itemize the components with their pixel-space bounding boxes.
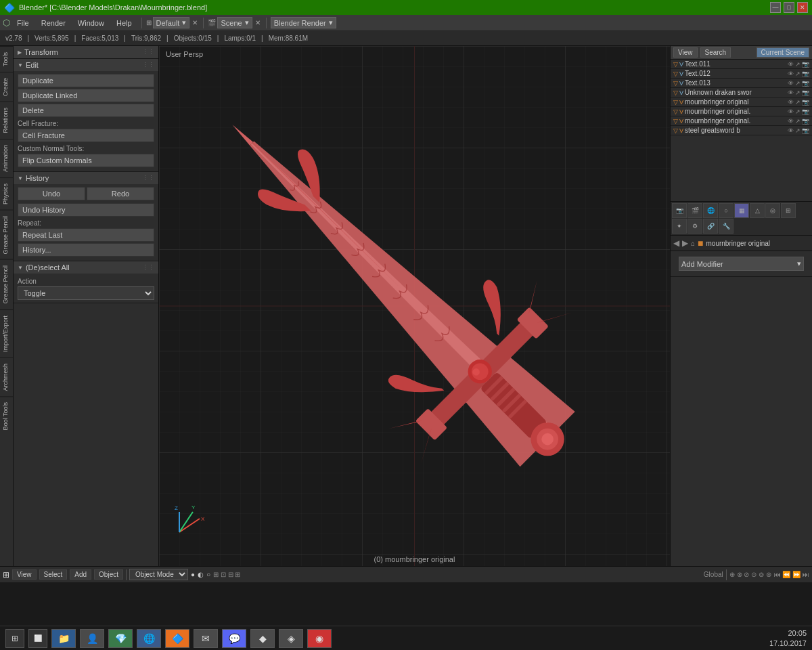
menu-window[interactable]: Window [72,18,110,28]
close-btn[interactable]: ✕ [797,2,808,13]
app-misc2[interactable]: ◈ [279,629,303,648]
duplicate-linked-btn[interactable]: Duplicate Linked [18,89,154,102]
app-misc1[interactable]: ◆ [250,629,275,648]
app-web[interactable]: 🌐 [137,629,161,648]
prop-btn-particles[interactable]: ✦ [672,219,687,234]
history-dot-btn[interactable]: History... [18,243,154,257]
viewport-shading[interactable]: ● [191,571,195,578]
prop-btn-constraints[interactable]: 🔗 [703,219,718,234]
layout-dropdown[interactable]: Default▾ [153,17,190,28]
object-btn[interactable]: Object [94,569,123,580]
add-btn[interactable]: Add [70,569,91,580]
viewport-shading2[interactable]: ◐ [198,571,204,578]
prop-btn-object[interactable]: ▦ [734,203,749,218]
viewport[interactable]: X Y Z User Persp (0) moumbringer origina… [159,46,670,566]
select-btn[interactable]: Select [39,569,68,580]
cell-fracture-btn[interactable]: Cell Fracture [18,129,154,142]
viewport-icon-row[interactable]: ⊞ ⊡ ⊟ ⊞ [213,571,240,578]
cursor-icon-0[interactable]: ↗ [795,61,800,68]
cursor-icon-1[interactable]: ↗ [795,70,800,77]
outliner-item-5[interactable]: ▽ V mournbringer original. 👁 ↗ 📷 [671,107,812,116]
tab-tools[interactable]: Tools [0,46,13,72]
eye-icon-0[interactable]: 👁 [788,61,794,68]
outliner-item-7[interactable]: ▽ V steel greatsword b 👁 ↗ 📷 [671,126,812,135]
undo-btn[interactable]: Undo [18,187,85,200]
eye-icon-3[interactable]: 👁 [788,89,794,96]
layout-icon[interactable]: ⊞ [146,19,152,26]
cursor-icon-6[interactable]: ↗ [795,118,800,125]
render-icon-1[interactable]: 📷 [802,70,809,77]
tab-bool-tools[interactable]: Bool Tools [0,396,13,435]
nav-back-icon[interactable]: ◀ [673,238,679,248]
tab-archmesh[interactable]: Archmesh [0,358,13,397]
maximize-btn[interactable]: □ [784,2,794,13]
prop-btn-scene[interactable]: 🌐 [703,203,718,218]
app-user[interactable]: 👤 [80,629,104,648]
outliner-item-0[interactable]: ▽ V Text.011 👁 ↗ 📷 [671,60,812,69]
tab-grease-pencil2[interactable]: Grease Pencil [0,259,13,309]
prop-btn-mesh[interactable]: △ [750,203,765,218]
undo-history-btn[interactable]: Undo History [18,203,154,217]
prop-btn-material[interactable]: ◎ [765,203,780,218]
prop-btn-modifiers[interactable]: 🔧 [719,219,734,234]
history-header[interactable]: ▼ History ⋮⋮ [14,172,158,184]
outliner-item-4[interactable]: ▽ V mournbringer original 👁 ↗ 📷 [671,98,812,107]
scene-icon[interactable]: 🎬 [208,19,216,26]
menu-file[interactable]: File [12,18,35,28]
tab-import-export[interactable]: Import/Export [0,309,13,358]
tab-grease-pencil[interactable]: Grease Pencil [0,210,13,260]
app-discord[interactable]: 💬 [222,629,246,648]
deselect-header[interactable]: ▼ (De)select All ⋮⋮ [14,261,158,274]
app-explorer[interactable]: 📁 [51,629,76,648]
render-icon-3[interactable]: 📷 [802,89,809,96]
outliner-item-1[interactable]: ▽ V Text.012 👁 ↗ 📷 [671,69,812,79]
duplicate-btn[interactable]: Duplicate [18,74,154,87]
app-misc3[interactable]: ◉ [307,629,332,648]
redo-btn[interactable]: Redo [87,187,154,200]
minimize-btn[interactable]: — [770,2,781,13]
toggle-select[interactable]: Toggle Select Deselect Invert [18,286,154,300]
eye-icon-4[interactable]: 👁 [788,99,794,106]
timeline-icons[interactable]: ⏮ ⏪ ⏩ ⏭ [774,571,809,578]
outliner-view-btn[interactable]: View [673,47,698,58]
eye-icon-5[interactable]: 👁 [788,108,794,115]
tab-create[interactable]: Create [0,72,13,102]
layout-x-icon[interactable]: ✕ [191,19,199,26]
render-icon-0[interactable]: 📷 [802,61,809,68]
scene-dropdown[interactable]: Scene▾ [217,17,252,28]
menu-help[interactable]: Help [111,18,137,28]
outliner-item-3[interactable]: ▽ V Unknown drakan swor 👁 ↗ 📷 [671,88,812,98]
render-icon-6[interactable]: 📷 [802,118,809,125]
viewport-shading3[interactable]: ○ [206,571,210,578]
cursor-icon-7[interactable]: ↗ [795,127,800,134]
outliner-current-scene-btn[interactable]: Current Scene [757,47,809,58]
add-modifier-btn[interactable]: Add Modifier ▾ [679,257,804,271]
tab-animation[interactable]: Animation [0,139,13,177]
cursor-icon-2[interactable]: ↗ [795,80,800,87]
object-icon[interactable]: ■ [698,238,703,248]
snap-icons[interactable]: ⊕ ⊗ ⊘ ⊙ ⊚ ⊛ [729,571,771,578]
cursor-icon-5[interactable]: ↗ [795,108,800,115]
app-mail[interactable]: ✉ [194,629,218,648]
viewport-type-icon[interactable]: ⊞ [3,570,9,580]
prop-btn-texture[interactable]: ⊞ [781,203,796,218]
flip-normals-btn[interactable]: Flip Custom Normals [18,154,154,167]
windows-btn[interactable]: ⊞ [5,629,24,648]
outliner-item-6[interactable]: ▽ V mournbringer original. 👁 ↗ 📷 [671,116,812,126]
eye-icon-6[interactable]: 👁 [788,118,794,125]
edit-header[interactable]: ▼ Edit ⋮⋮ [14,59,158,71]
nav-forward-icon[interactable]: ▶ [682,238,688,248]
cursor-icon-3[interactable]: ↗ [795,89,800,96]
nav-home-icon[interactable]: ⌂ [691,240,695,247]
render-icon-5[interactable]: 📷 [802,108,809,115]
eye-icon-1[interactable]: 👁 [788,70,794,77]
mode-select[interactable]: Object Mode Edit Mode Sculpt Mode [129,569,188,580]
render-icon-4[interactable]: 📷 [802,99,809,106]
tab-relations[interactable]: Relations [0,102,13,139]
tab-physics[interactable]: Physics [0,177,13,210]
render-icon-7[interactable]: 📷 [802,127,809,134]
eye-icon-2[interactable]: 👁 [788,80,794,87]
prop-btn-physics[interactable]: ⚙ [687,219,702,234]
prop-btn-world[interactable]: ○ [719,203,734,218]
delete-btn[interactable]: Delete [18,104,154,117]
